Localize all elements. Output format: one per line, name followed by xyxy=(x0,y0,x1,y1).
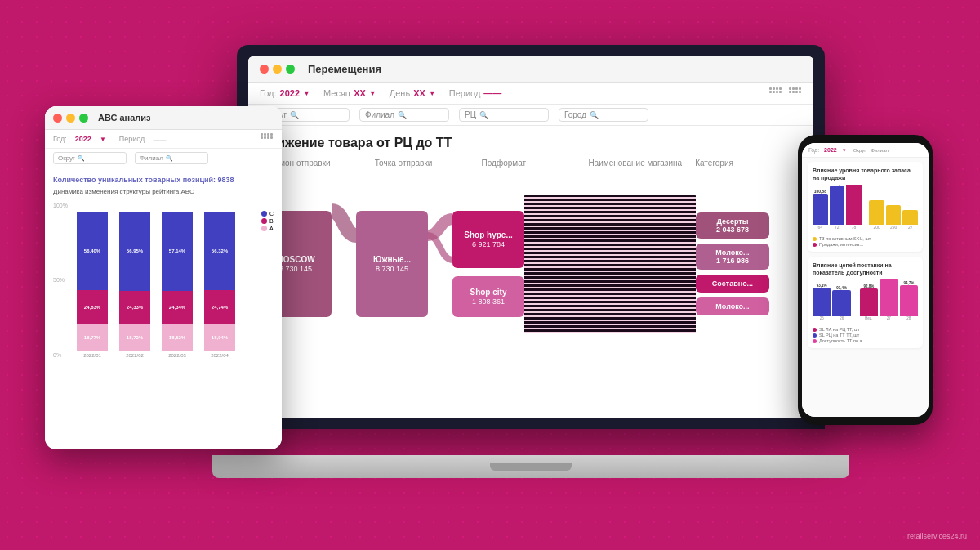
bar-chart-inner: 100% 50% 0% 56,40% 24,83% 18,77% 2022/01 xyxy=(53,203,274,358)
abc-close-button[interactable] xyxy=(53,114,62,123)
legend-item-tz: ТЗ по активным SKU, шт xyxy=(813,236,918,241)
sankey-diagram: MOSCOW 8 730 145 Южные... 8 xyxy=(260,174,802,354)
rc-input[interactable]: РЦ 🔍 xyxy=(459,108,549,122)
abc-period-dash: —— xyxy=(153,136,166,143)
abc-filial-input[interactable]: Филиал 🔍 xyxy=(135,152,208,164)
seg-b-1: 24,83% xyxy=(77,290,108,324)
abc-filial-label: Филиал xyxy=(140,154,163,162)
window-titlebar: Перемещения xyxy=(248,56,813,83)
node-moloko2[interactable]: Молоко... xyxy=(696,297,769,315)
node-milk[interactable]: Молоко... 1 716 986 xyxy=(696,244,769,270)
legend-dot-tz xyxy=(813,237,817,241)
seg-c-2: 56,95% xyxy=(119,212,150,291)
year-value: 2022 xyxy=(280,88,300,98)
phone-device: Год: 2022 ▼ Округ Филиал Влияние уровня … xyxy=(798,135,933,425)
abc-okrug-input[interactable]: Округ 🔍 xyxy=(53,152,127,164)
rc-label: РЦ xyxy=(465,110,476,119)
phone-content: Влияние уровня товарного запаса на прода… xyxy=(802,158,929,417)
abc-okrug-label: Округ xyxy=(58,154,75,162)
seg-a-3: 18,52% xyxy=(162,324,193,351)
content-area: Движение товара от РЦ до ТТ Регион отпра… xyxy=(248,126,813,418)
year-filter[interactable]: Год: 2022 ▼ xyxy=(260,88,310,98)
phone-filial: Филиал xyxy=(871,148,889,153)
bar-label-4: 2022/04 xyxy=(211,353,229,358)
period-filter[interactable]: Период —— xyxy=(449,88,502,98)
legend-dot-sl1 xyxy=(813,328,817,332)
col-point: Точка отправки xyxy=(375,159,482,168)
abc-unique-value: 9838 xyxy=(218,176,234,184)
col-category: Категория xyxy=(695,159,802,168)
abc-title: АВС анализ xyxy=(98,113,151,123)
abc-grid-icon[interactable] xyxy=(261,133,274,145)
seg-c-1: 56,40% xyxy=(77,212,108,290)
bar-stack-3: 57,14% 24,34% 18,52% xyxy=(162,212,193,351)
page-title: Движение товара от РЦ до ТТ xyxy=(260,136,802,150)
list-view-icon[interactable] xyxy=(789,87,802,99)
abc-minimize-button[interactable] xyxy=(66,114,75,123)
bar-2022-02: 56,95% 24,33% 18,72% 2022/02 xyxy=(115,212,154,358)
laptop-base xyxy=(212,455,849,478)
laptop-bezel: Перемещения Год: 2022 ▼ Месяц XX ▼ xyxy=(237,45,825,429)
legend-c: C xyxy=(261,211,274,217)
bar-stack-1: 56,40% 24,83% 18,77% xyxy=(77,212,108,351)
close-button[interactable] xyxy=(260,65,269,74)
abc-year-label: Год: xyxy=(53,135,67,143)
node-dessert[interactable]: Десерты 2 043 678 xyxy=(696,212,769,239)
abc-filter-bar: Округ 🔍 Филиал 🔍 xyxy=(45,149,282,168)
bar-2022-03: 57,14% 24,34% 18,52% 2022/03 xyxy=(158,212,197,358)
bar-label-3: 2022/03 xyxy=(168,353,186,358)
period-value: —— xyxy=(483,88,501,98)
abc-unique-text: Количество уникальных товарных позиций: … xyxy=(53,175,274,186)
year-label: Год: xyxy=(260,88,277,98)
seg-a-4: 18,94% xyxy=(204,324,235,351)
y-axis: 100% 50% 0% xyxy=(53,203,68,358)
day-arrow-icon: ▼ xyxy=(429,89,436,97)
laptop-screen: Перемещения Год: 2022 ▼ Месяц XX ▼ xyxy=(248,56,813,418)
sankey-flow-stripes xyxy=(524,182,696,346)
legend-dot-dostup xyxy=(813,339,817,343)
bar-2022-01: 56,40% 24,83% 18,77% 2022/01 xyxy=(73,212,112,358)
gorod-input[interactable]: Город 🔍 xyxy=(559,108,648,122)
node-shop-hype[interactable]: Shop hype... 6 921 784 xyxy=(452,211,524,268)
phone-section-2: Влияние цепей поставки на показатель дос… xyxy=(808,257,923,348)
abc-year-arrow: ▼ xyxy=(100,136,106,143)
bar-stack-4: 56,32% 24,74% 18,94% xyxy=(204,212,235,351)
period-label: Период xyxy=(449,88,481,98)
minimize-button[interactable] xyxy=(273,65,282,74)
grid-view-icon[interactable] xyxy=(769,87,782,99)
seg-a-1: 18,77% xyxy=(77,324,108,351)
column-headers: Регион отправки Точка отправки Подформат… xyxy=(260,159,802,168)
legend-a-dot xyxy=(261,226,267,231)
month-label: Месяц xyxy=(323,88,350,98)
abc-titlebar: АВС анализ xyxy=(45,106,282,130)
abc-maximize-button[interactable] xyxy=(79,114,88,123)
bar-stack-2: 56,95% 24,33% 18,72% xyxy=(119,212,150,351)
legend-item-sl2: SL РЦ на ТТ ТТ, шт xyxy=(813,333,918,338)
laptop: Перемещения Год: 2022 ▼ Месяц XX ▼ xyxy=(237,45,825,478)
filial-input[interactable]: Филиал 🔍 xyxy=(359,108,449,122)
filter-bar: Округ 🔍 Филиал 🔍 РЦ 🔍 Город 🔍 xyxy=(248,105,813,126)
day-filter[interactable]: День XX ▼ xyxy=(390,88,436,98)
phone-year-arrow: ▼ xyxy=(842,148,847,153)
abc-window: АВС анализ Год: 2022 ▼ Период —— Округ 🔍… xyxy=(45,106,282,449)
flow-connector-1 xyxy=(332,182,356,346)
month-filter[interactable]: Месяц XX ▼ xyxy=(323,88,376,98)
maximize-button[interactable] xyxy=(286,65,295,74)
phone-year-value: 2022 xyxy=(824,147,837,153)
legend-b: B xyxy=(261,218,274,224)
gorod-search-icon: 🔍 xyxy=(590,111,599,119)
right-nodes: Десерты 2 043 678 Молоко... 1 716 986 Со… xyxy=(696,212,769,315)
col-shop: Наименование магазина xyxy=(588,159,695,168)
window-title: Перемещения xyxy=(308,63,381,75)
node-shop-city[interactable]: Shop city 1 808 361 xyxy=(452,276,524,317)
month-arrow-icon: ▼ xyxy=(369,89,376,97)
rc-search-icon: 🔍 xyxy=(479,111,488,119)
node-sostavno[interactable]: Составно... xyxy=(696,275,769,293)
legend-c-dot xyxy=(261,211,267,217)
node-yuzh[interactable]: Южные... 8 730 145 xyxy=(356,211,428,317)
seg-b-4: 24,74% xyxy=(204,290,235,324)
col-format: Подформат xyxy=(482,159,589,168)
phone-okrug: Округ xyxy=(853,148,866,153)
legend-item-sl1: SL ЛА на РЦ ТТ, шт xyxy=(813,327,918,332)
abc-content: Количество уникальных товарных позиций: … xyxy=(45,168,282,449)
